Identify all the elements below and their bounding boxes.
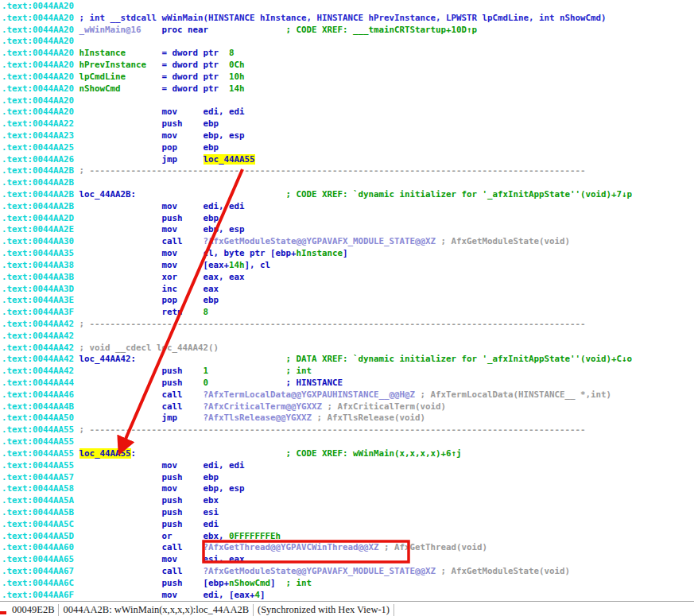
- code-line[interactable]: .text:0044AA20 lpCmdLine = dword ptr 10h: [2, 72, 632, 83]
- code-line[interactable]: .text:0044AA5D or ebx, 0FFFFFFFEh: [2, 531, 632, 543]
- address-label: .text:0044AA23: [2, 130, 79, 141]
- address-label: .text:0044AA60: [2, 542, 79, 552]
- code-line[interactable]: .text:0044AA42 loc_44AA42: ; DATA XREF: …: [2, 354, 632, 366]
- code-line[interactable]: .text:0044AA20: [2, 36, 632, 48]
- code-line[interactable]: .text:0044AA2B loc_44AA2B: ; CODE XREF: …: [2, 189, 632, 201]
- address-label: .text:0044AA20: [2, 1, 79, 11]
- disassembly-listing[interactable]: .text:0044AA20 .text:0044AA20 ; int __st…: [2, 1, 632, 601]
- address-label: .text:0044AA3E: [2, 295, 79, 305]
- code-line[interactable]: .text:0044AA2B: [2, 177, 632, 189]
- code-line[interactable]: .text:0044AA42: [2, 331, 632, 343]
- address-label: .text:0044AA25: [2, 142, 79, 153]
- address-label: .text:0044AA65: [2, 554, 79, 564]
- address-label: .text:0044AA2B: [2, 177, 79, 188]
- code-line[interactable]: .text:0044AA5A push ebx: [2, 495, 632, 507]
- address-label: .text:0044AA50: [2, 413, 79, 423]
- status-indicator: [0, 611, 6, 614]
- code-line[interactable]: .text:0044AA55 loc_44AA55: ; CODE XREF: …: [2, 448, 632, 460]
- address-label: .text:0044AA20: [2, 48, 79, 58]
- address-label: .text:0044AA20: [2, 13, 79, 23]
- address-label: .text:0044AA42: [2, 343, 79, 353]
- address-label: .text:0044AA3F: [2, 307, 79, 317]
- address-label: .text:0044AA2B: [2, 189, 79, 200]
- address-label: .text:0044AA5D: [2, 531, 79, 541]
- address-label: .text:0044AA42: [2, 331, 79, 341]
- code-line[interactable]: .text:0044AA65 mov esi, eax: [2, 554, 632, 566]
- code-line[interactable]: .text:0044AA46 call ?AfxTermLocalData@@Y…: [2, 389, 632, 401]
- address-label: .text:0044AA5A: [2, 495, 79, 506]
- code-line[interactable]: .text:0044AA2E mov ebp, esp: [2, 224, 632, 236]
- code-line[interactable]: .text:0044AA6F mov edi, [eax+4]: [2, 590, 632, 602]
- code-line[interactable]: .text:0044AA20 nShowCmd = dword ptr 14h: [2, 83, 632, 95]
- code-line[interactable]: .text:0044AA30 call ?AfxGetModuleState@@…: [2, 236, 632, 248]
- code-line[interactable]: .text:0044AA20 hInstance = dword ptr 8: [2, 48, 632, 60]
- address-label: .text:0044AA38: [2, 260, 79, 270]
- address-label: .text:0044AA20: [2, 95, 79, 106]
- code-line[interactable]: .text:0044AA2D push ebp: [2, 213, 632, 225]
- address-label: .text:0044AA42: [2, 366, 79, 376]
- address-label: .text:0044AA55: [2, 448, 79, 459]
- code-line[interactable]: .text:0044AA44 push 0 ; HINSTANCE: [2, 378, 632, 389]
- address-label: .text:0044AA26: [2, 154, 79, 165]
- code-line[interactable]: .text:0044AA20 mov edi, edi: [2, 107, 632, 118]
- code-line[interactable]: .text:0044AA42 push 1 ; int: [2, 366, 632, 378]
- address-label: .text:0044AA2B: [2, 201, 79, 211]
- code-line[interactable]: .text:0044AA22 push ebp: [2, 118, 632, 130]
- code-line[interactable]: .text:0044AA58 mov ebp, esp: [2, 483, 632, 495]
- code-line[interactable]: .text:0044AA3D inc eax: [2, 284, 632, 296]
- code-line[interactable]: .text:0044AA60 call ?AfxGetThread@@YGPAV…: [2, 542, 632, 554]
- code-line[interactable]: .text:0044AA5C push edi: [2, 519, 632, 531]
- address-label: .text:0044AA35: [2, 248, 79, 258]
- address-label: .text:0044AA3B: [2, 272, 79, 282]
- code-line[interactable]: .text:0044AA20 hPrevInstance = dword ptr…: [2, 60, 632, 72]
- address-label: .text:0044AA42: [2, 319, 79, 329]
- address-label: .text:0044AA55: [2, 460, 79, 471]
- code-line[interactable]: .text:0044AA3B xor eax, eax: [2, 272, 632, 284]
- address-label: .text:0044AA2E: [2, 224, 79, 234]
- address-label: .text:0044AA4B: [2, 401, 79, 412]
- code-line[interactable]: .text:0044AA6C push [ebp+nShowCmd] ; int: [2, 578, 632, 590]
- address-label: .text:0044AA20: [2, 36, 79, 46]
- address-label: .text:0044AA20: [2, 107, 79, 117]
- code-line[interactable]: .text:0044AA2B mov edi, edi: [2, 201, 632, 213]
- address-label: .text:0044AA6C: [2, 578, 79, 588]
- code-line[interactable]: .text:0044AA67 call ?AfxGetModuleState@@…: [2, 566, 632, 578]
- address-label: .text:0044AA22: [2, 118, 79, 129]
- address-label: .text:0044AA55: [2, 436, 79, 447]
- code-line[interactable]: .text:0044AA55: [2, 436, 632, 448]
- code-line[interactable]: .text:0044AA50 jmp ?AfxTlsRelease@@YGXXZ…: [2, 413, 632, 424]
- address-label: .text:0044AA6F: [2, 590, 79, 600]
- address-label: .text:0044AA42: [2, 354, 79, 364]
- address-label: .text:0044AA3D: [2, 284, 79, 294]
- code-line[interactable]: .text:0044AA38 mov [eax+14h], cl: [2, 260, 632, 272]
- code-line[interactable]: .text:0044AA20 ; int __stdcall wWinMain(…: [2, 13, 632, 25]
- address-label: .text:0044AA20: [2, 83, 79, 94]
- address-label: .text:0044AA44: [2, 378, 79, 388]
- code-line[interactable]: .text:0044AA20: [2, 95, 632, 107]
- code-line[interactable]: .text:0044AA35 mov cl, byte ptr [ebp+hIn…: [2, 248, 632, 260]
- code-line[interactable]: .text:0044AA3E pop ebp: [2, 295, 632, 307]
- address-label: .text:0044AA2D: [2, 213, 79, 223]
- code-line[interactable]: .text:0044AA26 jmp loc_44AA55: [2, 154, 632, 166]
- status-bar: 00049E2B 0044AA2B: wWinMain(x,x,x,x):loc…: [0, 601, 694, 616]
- address-label: .text:0044AA20: [2, 60, 79, 70]
- code-line[interactable]: .text:0044AA55 mov edi, edi: [2, 460, 632, 472]
- code-line[interactable]: .text:0044AA20 _wWinMain@16 proc near ; …: [2, 25, 632, 37]
- address-label: .text:0044AA55: [2, 424, 79, 435]
- code-line[interactable]: .text:0044AA55 ; -----------------------…: [2, 424, 632, 436]
- code-line[interactable]: .text:0044AA42 ; -----------------------…: [2, 319, 632, 331]
- address-label: .text:0044AA58: [2, 483, 79, 494]
- code-line[interactable]: .text:0044AA5B push esi: [2, 507, 632, 519]
- code-line[interactable]: .text:0044AA3F retn 8: [2, 307, 632, 319]
- address-label: .text:0044AA67: [2, 566, 79, 576]
- address-label: .text:0044AA5C: [2, 519, 79, 529]
- code-line[interactable]: .text:0044AA23 mov ebp, esp: [2, 130, 632, 142]
- code-line[interactable]: .text:0044AA4B call ?AfxCriticalTerm@@YG…: [2, 401, 632, 413]
- code-line[interactable]: .text:0044AA20: [2, 1, 632, 13]
- code-line[interactable]: .text:0044AA57 push ebp: [2, 472, 632, 484]
- status-file-offset: 00049E2B: [8, 604, 59, 616]
- code-line[interactable]: .text:0044AA2B ; -----------------------…: [2, 165, 632, 177]
- code-line[interactable]: .text:0044AA25 pop ebp: [2, 142, 632, 154]
- code-line[interactable]: .text:0044AA42 ; void __cdecl loc_44AA42…: [2, 343, 632, 354]
- address-label: .text:0044AA20: [2, 72, 79, 82]
